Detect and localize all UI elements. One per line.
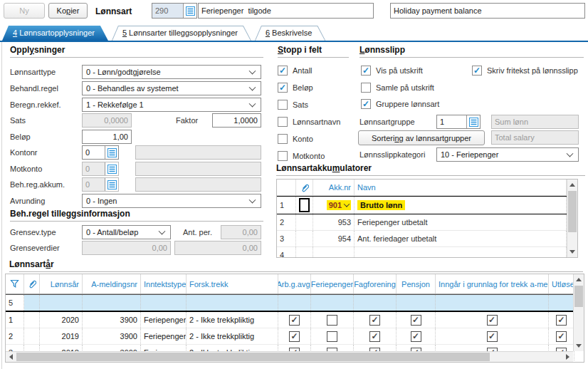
filter-header-cell[interactable]: [6, 274, 24, 293]
skriv-fritekst-checkbox[interactable]: ✓: [472, 66, 482, 76]
attachment-cell[interactable]: [24, 312, 40, 328]
utlose-checkbox[interactable]: ✓: [556, 331, 567, 342]
scroll-left-button[interactable]: [6, 352, 16, 362]
arbgavg-cell[interactable]: ✓: [278, 328, 311, 344]
grenseverdi-1-input[interactable]: [82, 241, 171, 255]
arbgavg-checkbox[interactable]: ✓: [289, 331, 300, 342]
belop-input[interactable]: [82, 130, 132, 144]
antall-checkbox[interactable]: ✓: [278, 66, 288, 76]
belop-checkbox[interactable]: ✓: [278, 83, 288, 93]
attachment-cell[interactable]: [24, 295, 40, 311]
pensjon-checkbox[interactable]: ✓: [411, 315, 421, 326]
ameldingsnr-cell[interactable]: 3900: [83, 328, 141, 344]
fagforening-column-header[interactable]: Fagforening: [354, 274, 397, 293]
ameldingsnr-cell[interactable]: 3900: [83, 312, 141, 328]
sats-input[interactable]: [82, 113, 132, 128]
kopier-button[interactable]: Kopier: [48, 3, 88, 19]
akkumulator-row-selected[interactable]: 1 901 Brutto lønn: [277, 196, 567, 214]
forsktrekk-column-header[interactable]: Forsk.trekk: [187, 274, 278, 293]
utlose-cell[interactable]: ✓: [549, 312, 574, 328]
pensjon-cell[interactable]: ✓: [397, 328, 436, 344]
pensjon-checkbox[interactable]: ✓: [411, 331, 421, 342]
samle-pa-utskrift-checkbox[interactable]: [361, 83, 371, 93]
grenseverdi-2-input[interactable]: [174, 241, 261, 255]
faktor-input[interactable]: [212, 113, 261, 128]
akknr-column-header[interactable]: Akk.nr: [313, 180, 355, 195]
arbgavg-cell[interactable]: [278, 295, 311, 311]
gruppere-lonnsart-checkbox[interactable]: ✓: [361, 99, 371, 109]
attachment-cell[interactable]: [24, 328, 40, 344]
navn-column-header[interactable]: Navn: [355, 180, 567, 195]
akknr-cell[interactable]: [313, 247, 355, 258]
lonnsar-cell[interactable]: 2019: [40, 328, 83, 344]
scrollbar-thumb[interactable]: [568, 191, 577, 232]
akkumulator-row[interactable]: 3 954 Ant. feriedager utbetalt: [277, 231, 567, 247]
navn-cell[interactable]: [355, 247, 567, 258]
lonnsart-name-en-input[interactable]: [390, 3, 585, 19]
lonnsarttype-select[interactable]: 0 - Lønn/godtgjørelse: [82, 65, 261, 79]
fagforening-cell[interactable]: [354, 295, 397, 311]
motkonto-lookup-button[interactable]: [105, 162, 118, 175]
lonnsart-number-field[interactable]: 290: [152, 3, 197, 19]
ant-per-input[interactable]: [221, 225, 261, 239]
inntektstype-column-header[interactable]: Inntektstype: [141, 274, 187, 293]
kontonr-lookup-button[interactable]: [105, 146, 118, 159]
tab-beskrivelse[interactable]: 6Beskrivelse: [255, 26, 325, 41]
lonnsar-cell[interactable]: 2020: [40, 312, 83, 328]
fagforening-cell[interactable]: ✓: [354, 312, 397, 328]
ameldingsnr-column-header[interactable]: A-meldingsnr: [83, 274, 141, 293]
akkumulator-row[interactable]: 2 953 Feriepenger utbetalt: [277, 214, 567, 231]
feriepenger-cell[interactable]: [311, 295, 354, 311]
ameldingsnr-cell[interactable]: [83, 295, 141, 311]
utlose-cell[interactable]: [549, 295, 574, 311]
arbgavg-cell[interactable]: ✓: [278, 312, 311, 328]
scrollbar-thumb[interactable]: [574, 286, 583, 307]
lonnsartar-row[interactable]: 2 2019 3900 Feriepenger 2 - Ikke trekkpl…: [6, 328, 573, 345]
inntektstype-cell[interactable]: Feriepenger: [141, 328, 187, 344]
akknr-cell[interactable]: 953: [313, 214, 355, 230]
arbgavg-checkbox[interactable]: ✓: [289, 315, 300, 326]
beregn-rekkef-select[interactable]: 1 - Rekkefølge 1: [82, 98, 261, 112]
pensjon-cell[interactable]: [397, 295, 436, 311]
tab-lonnsartopplysninger[interactable]: 4Lønnsartopplysninger: [2, 26, 108, 41]
arbgavg-column-header[interactable]: Arb.g.avg.: [278, 274, 311, 293]
inngar-checkbox[interactable]: ✓: [487, 315, 498, 326]
inngar-cell[interactable]: ✓: [436, 328, 549, 344]
lonnsartgruppe-field[interactable]: 1: [436, 115, 481, 129]
forsktrekk-cell[interactable]: 2 - Ikke trekkpliktig: [187, 312, 278, 328]
kontonr-field[interactable]: 0: [82, 145, 119, 160]
forsktrekk-cell[interactable]: [187, 295, 278, 311]
forsktrekk-cell[interactable]: 2 - Ikke trekkpliktig: [187, 328, 278, 344]
inngar-cell[interactable]: [436, 295, 549, 311]
motkonto-field[interactable]: 0: [82, 162, 119, 176]
feriepenger-cell[interactable]: [311, 328, 354, 344]
scroll-down-button[interactable]: [567, 246, 577, 257]
navn-cell[interactable]: Brutto lønn: [355, 197, 567, 214]
inngar-checkbox[interactable]: ✓: [487, 331, 498, 342]
motkonto-stopp-checkbox[interactable]: [278, 151, 288, 161]
attachment-cell[interactable]: [296, 231, 313, 246]
beh-reg-akkum-lookup-button[interactable]: [105, 178, 118, 191]
akkumulator-vertical-scrollbar[interactable]: [567, 180, 577, 257]
avrunding-select[interactable]: 0 - Ingen: [82, 194, 261, 208]
utlose-cell[interactable]: ✓: [549, 328, 574, 344]
utlose-column-header[interactable]: Utløse: [549, 274, 574, 293]
vis-pa-utskrift-checkbox[interactable]: ✓: [361, 66, 371, 76]
navn-cell[interactable]: Feriepenger utbetalt: [355, 214, 567, 230]
akknr-cell[interactable]: 954: [313, 231, 355, 246]
navn-cell[interactable]: Ant. feriedager utbetalt: [355, 231, 567, 246]
feriepenger-column-header[interactable]: Feriepenger: [311, 274, 354, 293]
lonnsartar-vertical-scrollbar[interactable]: [573, 274, 584, 351]
lonnsart-lookup-button[interactable]: [183, 4, 196, 18]
akknr-cell[interactable]: 901: [313, 197, 355, 214]
lonnsartgruppe-lookup-button[interactable]: [466, 115, 480, 128]
inntektstype-cell[interactable]: Feriepenger: [141, 312, 187, 328]
attachment-cell[interactable]: [296, 197, 313, 214]
ny-button[interactable]: Ny: [4, 3, 45, 19]
beh-reg-akkum-field[interactable]: 0: [82, 177, 119, 192]
feriepenger-checkbox[interactable]: [327, 331, 337, 342]
pensjon-cell[interactable]: ✓: [397, 312, 436, 328]
lonnsartar-row-selected[interactable]: 5: [6, 294, 573, 312]
lonnsart-name-no-input[interactable]: [198, 3, 374, 19]
tab-lonnsarter-tilleggsopplysninger[interactable]: 5Lønnsarter tilleggsopplysninger: [112, 26, 251, 41]
